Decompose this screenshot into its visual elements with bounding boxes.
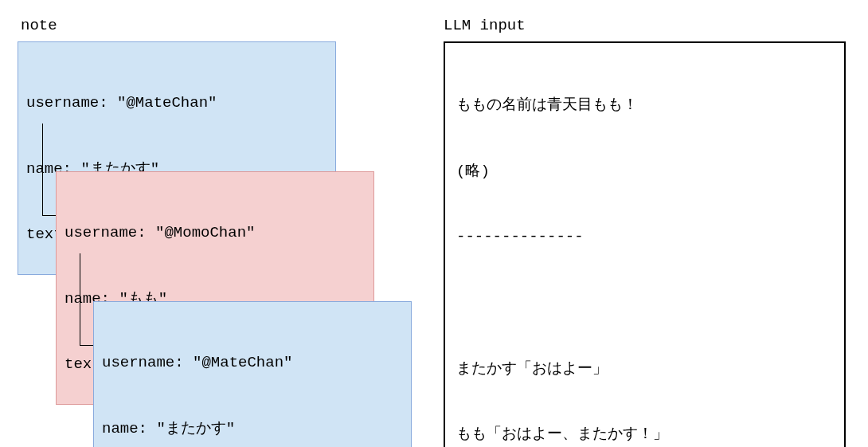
field-key: username: <box>65 224 155 241</box>
llm-line: -------------- <box>456 226 833 249</box>
llm-line <box>456 292 833 315</box>
note-line: username: "@MateChan" <box>102 352 403 374</box>
note-line: username: "@MomoChan" <box>65 222 366 245</box>
note-card-2: username: "@MateChan" name: "またかす" text:… <box>93 301 412 447</box>
field-value: "またかす" <box>156 420 235 437</box>
connector-vert-0 <box>42 124 43 215</box>
connector-vert-1 <box>80 253 80 345</box>
connector-horz-0 <box>42 215 56 216</box>
field-value: "@MateChan" <box>193 354 292 371</box>
llm-label: LLM input <box>444 15 526 37</box>
connector-horz-1 <box>80 345 93 346</box>
llm-line: もも「おはよー、またかす！」 <box>456 424 833 446</box>
llm-line: (略) <box>456 161 833 183</box>
field-value: "@MateChan" <box>117 94 217 112</box>
llm-input-box: ももの名前は青天目もも！ (略) -------------- またかす「おはよ… <box>444 41 846 447</box>
field-key: username: <box>26 94 117 112</box>
llm-line: またかす「おはよー」 <box>456 359 833 381</box>
field-key: name: <box>102 420 156 437</box>
llm-line: ももの名前は青天目もも！ <box>456 95 833 117</box>
note-label: note <box>21 15 57 37</box>
field-value: "@MomoChan" <box>155 224 255 241</box>
note-line: name: "またかす" <box>102 418 403 441</box>
note-line: username: "@MateChan" <box>26 92 327 115</box>
field-key: username: <box>102 354 193 371</box>
